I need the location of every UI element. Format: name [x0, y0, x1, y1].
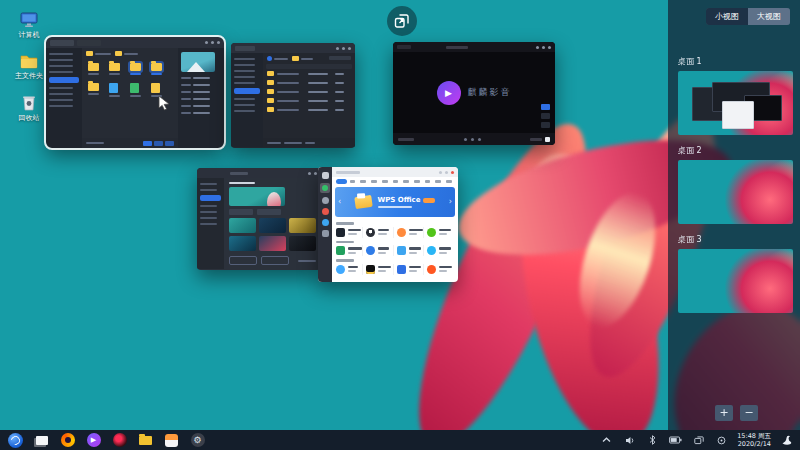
multitask-view-button[interactable]: [387, 6, 417, 36]
app-card[interactable]: [427, 264, 454, 275]
remove-workspace-button[interactable]: −: [740, 405, 758, 421]
text-bar: [124, 53, 138, 55]
window-settings[interactable]: [197, 168, 321, 270]
window-controls: [308, 172, 317, 175]
file-manager-button[interactable]: [138, 433, 153, 448]
window-controls: [336, 47, 351, 50]
app-card[interactable]: [336, 264, 363, 275]
fm-statusbar: [82, 138, 178, 148]
show-desktop-icon: [36, 436, 48, 445]
settings-button[interactable]: ⚙: [190, 433, 205, 448]
system-tray: 15:48 周五 2020/2/14: [599, 432, 800, 448]
folder-icon: [86, 51, 93, 56]
firefox-button[interactable]: [60, 433, 75, 448]
rail-icon: [322, 172, 329, 179]
app-card[interactable]: [336, 245, 363, 256]
preview-detail-row: [181, 105, 221, 107]
app-card[interactable]: [427, 227, 454, 238]
window-app-store[interactable]: ‹ WPS Office ›: [318, 167, 458, 282]
action-button: [154, 141, 163, 146]
circle-indicator-icon: [717, 436, 726, 445]
preview-detail-row: [181, 98, 221, 100]
desktop-icon-label: 计算机: [19, 30, 40, 40]
volume-button[interactable]: [622, 433, 637, 448]
file-item-selected: [130, 63, 141, 75]
window-file-manager-list[interactable]: [231, 43, 355, 148]
wallpaper-thumb: [229, 218, 256, 233]
sidebar-entry: [200, 189, 217, 191]
start-menu-button[interactable]: [8, 433, 23, 448]
app-card[interactable]: [366, 227, 393, 238]
input-method-button[interactable]: [714, 433, 729, 448]
sidebar-entry: [49, 87, 73, 89]
store-banner[interactable]: ‹ WPS Office ›: [335, 187, 455, 217]
tray-expand-button[interactable]: [599, 433, 614, 448]
app-store-button[interactable]: [164, 433, 179, 448]
video-player-icon: ▶: [87, 433, 101, 447]
preview-detail-row: [181, 91, 221, 93]
workspace-label: 桌面 2: [678, 145, 793, 156]
rail-icon: [322, 208, 329, 215]
tab: [77, 40, 101, 46]
app-card[interactable]: [397, 264, 424, 275]
wallpaper-thumb: [259, 218, 286, 233]
file-item: [88, 83, 99, 97]
preview-detail-row: [181, 112, 221, 114]
app-card[interactable]: [336, 227, 363, 238]
desktop-icon-label: 回收站: [19, 113, 40, 123]
desktop-icon-computer[interactable]: 计算机: [6, 12, 52, 40]
music-player-button[interactable]: [112, 433, 127, 448]
display-switch-button[interactable]: [691, 433, 706, 448]
app-card[interactable]: [366, 245, 393, 256]
window-video-player[interactable]: ▶ 麒麟影音: [393, 42, 555, 145]
fm-list: [263, 69, 355, 138]
show-desktop-button[interactable]: [34, 433, 49, 448]
workspace-label: 桌面 3: [678, 234, 793, 245]
window-controls: [536, 46, 551, 49]
folder-icon: [115, 51, 122, 56]
battery-button[interactable]: [668, 433, 683, 448]
video-controlbar: [393, 133, 555, 145]
clock[interactable]: 15:48 周五 2020/2/14: [737, 432, 771, 448]
app-card[interactable]: [366, 264, 393, 275]
category-tab: [350, 180, 356, 183]
firefox-icon: [61, 433, 75, 447]
large-view-button[interactable]: 大视图: [748, 8, 790, 25]
bluetooth-button[interactable]: [645, 433, 660, 448]
banner-prev-icon[interactable]: ‹: [338, 197, 341, 206]
tab: [50, 40, 74, 46]
clock-date: 2020/2/14: [738, 440, 771, 448]
workspace-thumb-2[interactable]: [678, 160, 793, 224]
file-row: [263, 105, 355, 114]
banner-illustration: [354, 195, 373, 209]
sidebar-entry: [49, 59, 73, 61]
app-card[interactable]: [397, 245, 424, 256]
category-tab: [382, 180, 388, 183]
banner-badge: [423, 198, 435, 203]
computer-icon: [19, 12, 39, 28]
small-view-button[interactable]: 小视图: [706, 8, 748, 25]
speaker-icon: [625, 436, 635, 445]
panel-button: [541, 113, 550, 119]
sidebar-entry: [49, 93, 73, 95]
close-icon: [348, 47, 351, 50]
app-card[interactable]: [427, 245, 454, 256]
sidebar-entry: [234, 64, 255, 66]
banner-next-icon[interactable]: ›: [449, 197, 452, 206]
video-player-button[interactable]: ▶: [86, 433, 101, 448]
app-card[interactable]: [397, 227, 424, 238]
sidebar-entry: [49, 71, 73, 73]
section-label-bar: [336, 222, 354, 225]
window-file-manager-icons[interactable]: [46, 37, 224, 148]
file-row: [263, 96, 355, 105]
workspace-thumb-1[interactable]: [678, 71, 793, 135]
sidebar-entry: [49, 65, 73, 67]
workspace-thumb-3[interactable]: [678, 249, 793, 313]
taskbar-apps: ▶ ⚙: [0, 433, 205, 448]
add-workspace-button[interactable]: +: [715, 405, 733, 421]
sidebar-entry: [234, 70, 255, 72]
titlebar: [46, 37, 224, 48]
category-tab: [393, 180, 399, 183]
kylin-bird-button[interactable]: [779, 433, 794, 448]
close-icon: [314, 172, 317, 175]
